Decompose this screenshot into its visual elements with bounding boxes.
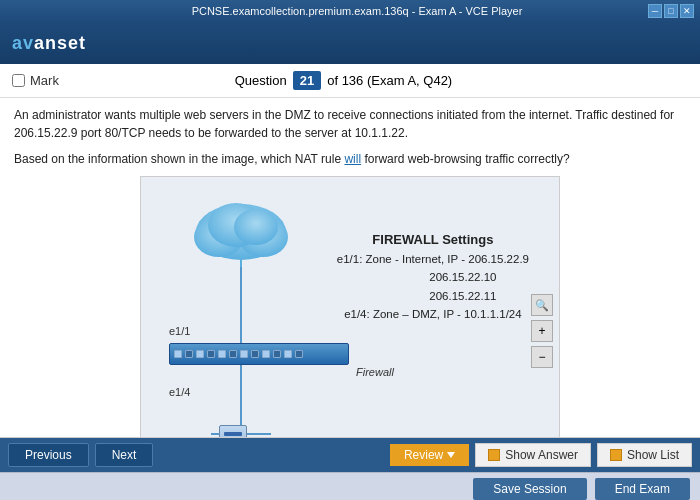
server-graphic [219, 425, 247, 438]
fw-port-3 [196, 350, 204, 358]
zoom-in-btn[interactable]: + [531, 320, 553, 342]
firewall-label: Firewall [356, 366, 394, 378]
e1-1-label: e1/1 [169, 325, 190, 337]
mark-container: Mark [12, 73, 59, 88]
question-total: of 136 (Exam A, Q42) [327, 73, 452, 88]
fw-port-4 [207, 350, 215, 358]
fw-port-12 [295, 350, 303, 358]
close-button[interactable]: ✕ [680, 4, 694, 18]
fw-port-5 [218, 350, 226, 358]
footer-bar: Save Session End Exam [0, 472, 700, 500]
question-text-2: Based on the information shown in the im… [14, 150, 686, 168]
fw-port-9 [262, 350, 270, 358]
answer-checkbox-icon [488, 449, 500, 461]
question-number: 21 [293, 71, 321, 90]
title-bar-title: PCNSE.examcollection.premium.exam.136q -… [66, 5, 648, 17]
question-label: Question [235, 73, 287, 88]
end-exam-button[interactable]: End Exam [595, 478, 690, 500]
e1-4-label: e1/4 [169, 386, 190, 398]
scroll-controls: 🔍 + − [531, 294, 553, 368]
minimize-button[interactable]: ─ [648, 4, 662, 18]
review-arrow-icon [447, 452, 455, 458]
diagram-image: FIREWALL Settings e1/1: Zone - Internet,… [140, 176, 560, 438]
question-text-1: An administrator wants multiple web serv… [14, 106, 686, 142]
bottom-toolbar: Previous Next Review Show Answer Show Li… [0, 438, 700, 472]
fw-port-7 [240, 350, 248, 358]
svg-point-4 [234, 209, 278, 245]
fw-port-10 [273, 350, 281, 358]
cloud-graphic [181, 187, 301, 275]
next-button[interactable]: Next [95, 443, 154, 467]
logo: avanset [12, 33, 86, 54]
save-session-button[interactable]: Save Session [473, 478, 586, 500]
review-button[interactable]: Review [390, 444, 469, 466]
maximize-button[interactable]: □ [664, 4, 678, 18]
fw-port-6 [229, 350, 237, 358]
firewall-device [169, 343, 349, 365]
search-icon-btn[interactable]: 🔍 [531, 294, 553, 316]
list-checkbox-icon [610, 449, 622, 461]
fw-port-8 [251, 350, 259, 358]
question-info: Question 21 of 136 (Exam A, Q42) [235, 71, 453, 90]
fw-port-11 [284, 350, 292, 358]
fw-port-2 [185, 350, 193, 358]
app-header: avanset [0, 22, 700, 64]
content-area: An administrator wants multiple web serv… [0, 98, 700, 438]
title-bar-controls: ─ □ ✕ [648, 4, 694, 18]
fw-port-1 [174, 350, 182, 358]
question-header: Mark Question 21 of 136 (Exam A, Q42) [0, 64, 700, 98]
zoom-out-btn[interactable]: − [531, 346, 553, 368]
show-answer-button[interactable]: Show Answer [475, 443, 591, 467]
mark-label: Mark [30, 73, 59, 88]
mark-checkbox[interactable] [12, 74, 25, 87]
previous-button[interactable]: Previous [8, 443, 89, 467]
show-list-button[interactable]: Show List [597, 443, 692, 467]
title-bar: PCNSE.examcollection.premium.exam.136q -… [0, 0, 700, 22]
firewall-settings-text: FIREWALL Settings e1/1: Zone - Internet,… [337, 232, 529, 324]
